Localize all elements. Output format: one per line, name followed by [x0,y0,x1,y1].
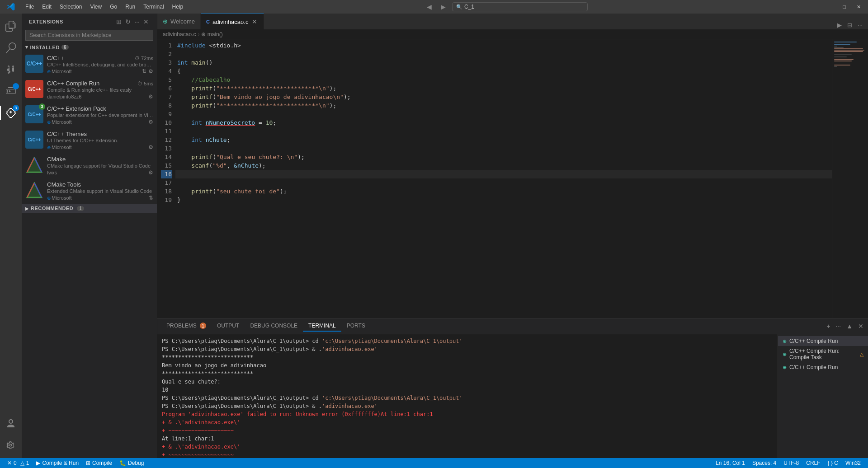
ext-desc-ext-pack: Popular extensions for C++ development i… [47,112,153,118]
editor-with-minimap: 12345 678910 1112131415 16 171819 #inclu… [157,39,868,318]
ext-publisher-compile-run: danielpinto8zz6 [47,94,81,99]
more-editor-actions-button[interactable]: ··· [856,21,864,29]
statusbar-encoding[interactable]: UTF-8 [780,458,802,468]
statusbar-position[interactable]: Ln 16, Col 1 [712,458,749,468]
installed-section-header[interactable]: ▾ INSTALLED 6 [22,42,157,52]
menu-run[interactable]: Run [122,3,139,11]
filter-extensions-button[interactable]: ⊞ [115,17,123,26]
ext-publisher-cpp: ⊕ Microsoft [47,69,72,74]
split-editor-button[interactable]: ⊟ [845,21,854,29]
terminal-area[interactable]: PS C:\Users\ptiag\Documents\Alura\C_1\ou… [157,334,778,458]
activity-run-debug[interactable] [0,80,22,102]
code-line-18: printf("seu chute foi de"); [175,187,832,196]
ext-gear-icon-cpp[interactable]: ⚙ [148,68,153,75]
maximize-button[interactable]: □ [839,3,849,10]
ext-name-cmake: CMake [47,156,66,163]
ext-sync-icon-cmake-tools: ⇅ [149,195,153,201]
tab-output[interactable]: OUTPUT [212,321,245,332]
panel-maximize-button[interactable]: ▲ [845,322,854,331]
code-line-16 [175,170,832,178]
sidebar-header: EXTENSIONS ⊞ ↻ ··· ✕ [22,14,157,28]
extension-item-compile-run[interactable]: C/C++ C/C++ Compile Run ⏱ 5ms Compile & … [22,77,157,103]
tab-label-adivinhacao: adivinhacao.c [212,19,249,25]
code-line-9 [175,110,832,118]
ext-info-cmake: CMake CMake langage support for Visual S… [47,156,153,176]
activity-extensions[interactable]: 3 [0,102,22,124]
extension-item-ext-pack[interactable]: C/C++ 3 C/C++ Extension Pack Popular ext… [22,103,157,128]
ext-gear-icon-ext-pack[interactable]: ⚙ [148,119,153,125]
tab-debug-console[interactable]: DEBUG CONSOLE [245,321,303,332]
statusbar-debug[interactable]: 🐛 Debug [116,458,147,468]
global-search-bar[interactable]: 🔍 C_1 [452,2,588,11]
ext-info-compile-run: C/C++ Compile Run ⏱ 5ms Compile & Run si… [47,80,153,100]
ext-info-themes: C/C++ Themes UI Themes for C/C++ extensi… [47,131,153,150]
nav-back-button[interactable]: ◀ [424,2,434,11]
c-file-icon: C [206,19,210,24]
refresh-extensions-button[interactable]: ↻ [124,17,132,26]
terminal-line-12: + ~~~~~~~~~~~~~~~~~~~~ [162,426,773,435]
statusbar-errors[interactable]: ✕ 0 △ 1 [4,458,33,468]
recommended-section-header[interactable]: ▶ RECOMMENDED 1 [22,204,157,213]
extension-item-cmake-tools[interactable]: CMake Tools Extended CMake support in Vi… [22,178,157,204]
terminal-line-10: Program 'adivinhacao.exe' failed to run:… [162,410,773,418]
menu-selection[interactable]: Selection [56,3,85,11]
ext-desc-cmake: CMake langage support for Visual Studio … [47,163,153,168]
breadcrumb-file[interactable]: adivinhacao.c [163,31,196,37]
activity-settings[interactable] [0,435,22,456]
menu-terminal[interactable]: Terminal [140,3,167,11]
ext-gear-icon-cmake[interactable]: ⚙ [148,169,153,176]
activity-search[interactable] [0,37,22,59]
platform-label: Win32 [845,460,861,466]
ext-time-cpp: ⏱ 72ms [135,56,153,61]
tab-adivinhacao[interactable]: C adivinhacao.c ✕ [201,14,264,29]
minimize-button[interactable]: ─ [825,3,836,10]
statusbar-spaces[interactable]: Spaces: 4 [749,458,780,468]
code-area[interactable]: #include <stdio.h> int main() { //Cabeca… [175,39,832,318]
extension-item-cmake[interactable]: CMake CMake langage support for Visual S… [22,153,157,178]
close-sidebar-button[interactable]: ✕ [142,17,150,26]
new-terminal-button[interactable]: + [826,322,831,331]
search-extensions-input[interactable] [25,30,153,41]
panel-sidebar-item-2[interactable]: ⊕ C/C++ Compile Run: Compile Task △ [778,346,868,362]
statusbar-eol[interactable]: CRLF [802,458,824,468]
ext-gear-icon-compile-run[interactable]: ⚙ [148,94,153,100]
statusbar-language[interactable]: { } C [824,458,842,468]
more-options-button[interactable]: ··· [133,17,141,26]
menu-edit[interactable]: Edit [38,3,55,11]
tab-welcome[interactable]: ⊕ Welcome [157,14,201,29]
code-line-5: //Cabecalho [175,75,832,84]
spaces-label: Spaces: 4 [752,460,776,466]
tab-problems[interactable]: PROBLEMS 1 [161,321,212,332]
statusbar-compile-run[interactable]: ▶ Compile & Run [33,458,82,468]
titlebar-center: ◀ ▶ 🔍 C_1 [424,2,588,11]
statusbar-compile[interactable]: ⊞ Compile [82,458,116,468]
minimap [832,39,868,318]
terminal-icon-2: ⊕ [783,351,787,357]
extension-item-themes[interactable]: C/C++ C/C++ Themes UI Themes for C/C++ e… [22,128,157,153]
menu-go[interactable]: Go [106,3,121,11]
activity-source-control[interactable] [0,59,22,80]
close-button[interactable]: ✕ [853,3,864,11]
terminal-line-11: + & .\'adivinhacao.exe\' [162,418,773,426]
search-text: C_1 [464,4,474,10]
panel-sidebar-item-3[interactable]: ⊕ C/C++ Compile Run [778,362,868,372]
extension-item-cpp[interactable]: C/C++ C/C++ ⏱ 72ms C/C++ IntelliSense, d… [22,52,157,77]
menu-view[interactable]: View [86,3,105,11]
panel-close-button[interactable]: ✕ [857,322,864,331]
run-code-button[interactable]: ▶ [835,21,844,29]
breadcrumb-function[interactable]: ⊕ main() [201,31,222,37]
statusbar-platform[interactable]: Win32 [842,458,864,468]
ext-gear-icon-themes[interactable]: ⚙ [148,144,153,150]
panel-sidebar-item-1[interactable]: ⊕ C/C++ Compile Run [778,336,868,346]
code-line-8: printf("****************************\n")… [175,101,832,110]
menu-help[interactable]: Help [169,3,187,11]
nav-forward-button[interactable]: ▶ [438,2,448,11]
menu-file[interactable]: File [22,3,38,11]
ext-name-cmake-tools: CMake Tools [47,181,81,188]
tab-close-adivinhacao[interactable]: ✕ [251,18,258,26]
tab-terminal[interactable]: TERMINAL [303,321,341,332]
tab-ports[interactable]: PORTS [341,321,371,332]
activity-accounts[interactable] [0,413,22,435]
panel-more-actions[interactable]: ··· [835,322,842,331]
activity-explorer[interactable] [0,15,22,37]
